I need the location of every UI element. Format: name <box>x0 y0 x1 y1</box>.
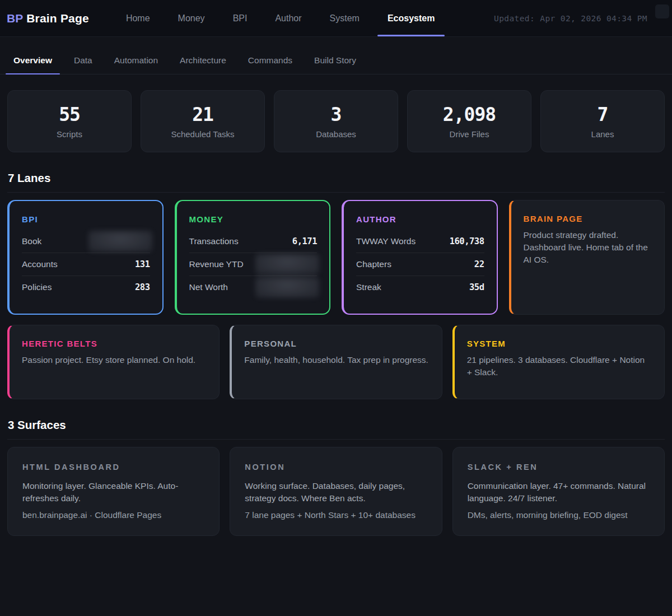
stats-grid: 55Scripts21Scheduled Tasks3Databases2,09… <box>7 90 665 152</box>
app-logo[interactable]: BP Brain Page <box>7 12 89 25</box>
lane-card-bpi: BPIBookAccounts131Policies283 <box>7 200 164 315</box>
redacted-value <box>88 231 152 252</box>
lane-card-system: SYSTEM21 pipelines. 3 databases. Cloudfl… <box>452 325 665 399</box>
surface-meta: 7 lane pages + North Stars + 10+ databas… <box>245 510 427 520</box>
metric-row: Chapters22 <box>356 253 484 276</box>
lane-title: PERSONAL <box>244 339 429 348</box>
stat-value: 55 <box>59 104 80 125</box>
metric-row: Transactions6,171 <box>189 230 318 253</box>
stat-label: Scheduled Tasks <box>171 129 234 139</box>
lanes-heading: 7 Lanes <box>8 171 665 185</box>
metric-value: 131 <box>135 259 150 269</box>
lane-card-money: MONEYTransactions6,171Revenue YTDNet Wor… <box>175 200 331 315</box>
surface-card-html-dashboard: HTML DASHBOARDMonitoring layer. Glanceab… <box>7 447 220 536</box>
surface-meta: DMs, alerts, morning briefing, EOD diges… <box>468 510 650 520</box>
stat-card-scripts: 55Scripts <box>7 90 132 152</box>
metric-row: Policies283 <box>22 276 150 298</box>
metric-label: Chapters <box>356 259 391 269</box>
tab-automation[interactable]: Automation <box>106 48 166 74</box>
surface-description: Working surface. Databases, daily pages,… <box>245 480 427 505</box>
nav-item-money[interactable]: Money <box>168 0 215 36</box>
redacted-value <box>255 277 319 298</box>
subnav: OverviewDataAutomationArchitectureComman… <box>0 48 672 74</box>
metric-value: 6,171 <box>292 236 317 246</box>
surface-title: HTML DASHBOARD <box>22 463 204 472</box>
metric-row: Streak35d <box>356 276 484 298</box>
surface-description: Monitoring layer. Glanceable KPIs. Auto-… <box>22 480 204 505</box>
stat-card-drive-files: 2,098Drive Files <box>407 90 531 152</box>
metric-row: TWWAY Words160,738 <box>356 230 484 253</box>
main-nav: HomeMoneyBPIAuthorSystemEcosystem <box>116 0 445 36</box>
stat-value: 2,098 <box>443 104 496 125</box>
metric-label: Net Worth <box>189 282 228 292</box>
lane-card-heretic-belts: HERETIC BELTSPassion project. Etsy store… <box>7 325 220 399</box>
stat-card-databases: 3Databases <box>274 90 398 152</box>
logo-badge: BP <box>7 12 23 25</box>
lane-title: BPI <box>22 214 150 224</box>
lane-title: SYSTEM <box>467 339 652 348</box>
lane-description: 21 pipelines. 3 databases. Cloudflare + … <box>467 354 652 379</box>
metric-label: Transactions <box>189 236 239 246</box>
nav-item-ecosystem[interactable]: Ecosystem <box>377 0 445 36</box>
lane-title: BRAIN PAGE <box>524 214 652 223</box>
metric-label: Streak <box>356 282 381 292</box>
main-content: 55Scripts21Scheduled Tasks3Databases2,09… <box>0 90 672 536</box>
stat-value: 3 <box>331 104 342 125</box>
tab-data[interactable]: Data <box>66 48 100 74</box>
metric-value: 35d <box>469 282 484 292</box>
metric-row: Net Worth <box>189 276 318 298</box>
stat-label: Scripts <box>57 129 82 139</box>
nav-item-bpi[interactable]: BPI <box>223 0 258 36</box>
lanes-row-1: BPIBookAccounts131Policies283MONEYTransa… <box>7 200 665 315</box>
stat-value: 21 <box>192 104 213 125</box>
nav-item-home[interactable]: Home <box>116 0 160 36</box>
metric-label: Accounts <box>22 259 58 269</box>
stat-label: Drive Files <box>450 129 489 139</box>
tab-overview[interactable]: Overview <box>6 48 60 74</box>
metric-row: Revenue YTD <box>189 253 318 276</box>
tab-commands[interactable]: Commands <box>240 48 300 74</box>
metric-value: 160,738 <box>450 236 484 246</box>
surface-card-notion: NOTIONWorking surface. Databases, daily … <box>230 447 442 536</box>
nav-item-author[interactable]: Author <box>265 0 311 36</box>
metric-row: Book <box>22 230 150 253</box>
metric-value: 283 <box>135 282 150 292</box>
lane-description: Product strategy drafted. Dashboard live… <box>524 229 652 266</box>
surfaces-heading: 3 Surfaces <box>8 418 665 432</box>
lane-description: Passion project. Etsy store planned. On … <box>22 354 207 366</box>
surface-title: NOTION <box>245 463 427 472</box>
lane-card-brain-page: BRAIN PAGEProduct strategy drafted. Dash… <box>509 200 665 315</box>
tab-build-story[interactable]: Build Story <box>306 48 364 74</box>
stat-value: 7 <box>598 104 608 125</box>
surface-title: SLACK + REN <box>468 463 650 472</box>
metric-label: Revenue YTD <box>189 259 244 269</box>
stat-label: Databases <box>316 129 356 139</box>
surface-card-slack-ren: SLACK + RENCommunication layer. 47+ comm… <box>452 447 665 536</box>
metric-row: Accounts131 <box>22 253 150 276</box>
stat-card-lanes: 7Lanes <box>540 90 665 152</box>
lane-description: Family, health, household. Tax prep in p… <box>244 354 429 366</box>
lane-title: AUTHOR <box>356 214 484 224</box>
surfaces-divider <box>7 439 665 440</box>
logo-text: Brain Page <box>26 12 89 25</box>
stat-card-scheduled-tasks: 21Scheduled Tasks <box>141 90 265 152</box>
tab-architecture[interactable]: Architecture <box>172 48 234 74</box>
updated-timestamp: Updated: Apr 02, 2026 04:34 PM <box>494 14 647 23</box>
lane-card-personal: PERSONALFamily, health, household. Tax p… <box>230 325 442 399</box>
stat-label: Lanes <box>591 129 614 139</box>
surface-description: Communication layer. 47+ commands. Natur… <box>468 480 650 505</box>
lane-title: HERETIC BELTS <box>22 339 207 348</box>
lane-card-author: AUTHORTWWAY Words160,738Chapters22Streak… <box>342 200 498 315</box>
metric-label: Book <box>22 236 41 246</box>
metric-label: TWWAY Words <box>356 236 416 246</box>
lane-title: MONEY <box>189 214 318 224</box>
redacted-value <box>255 254 319 275</box>
app-header: BP Brain Page HomeMoneyBPIAuthorSystemEc… <box>0 0 672 37</box>
metric-value: 22 <box>474 259 484 269</box>
lanes-row-2: HERETIC BELTSPassion project. Etsy store… <box>7 325 665 399</box>
metric-label: Policies <box>22 282 52 292</box>
surface-meta: ben.brainpage.ai · Cloudflare Pages <box>22 510 204 520</box>
lanes-divider <box>7 192 665 193</box>
nav-item-system[interactable]: System <box>320 0 370 36</box>
header-corner-chip <box>655 4 669 18</box>
